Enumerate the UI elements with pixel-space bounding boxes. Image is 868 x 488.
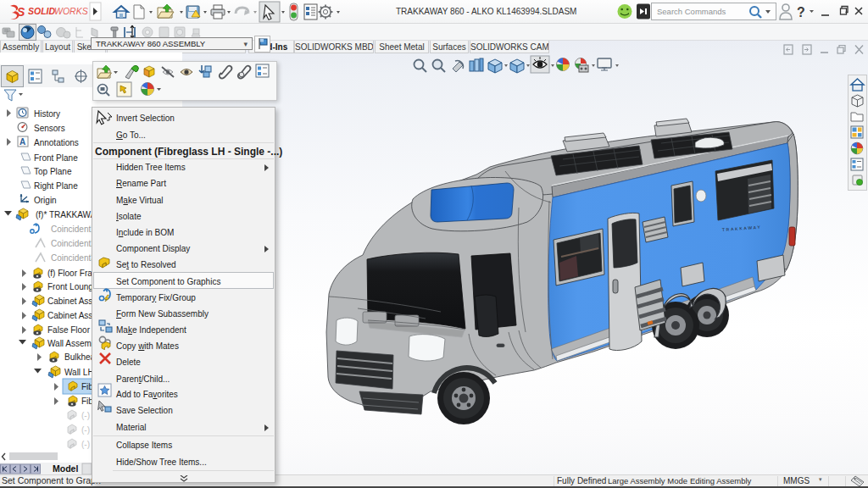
svg-text:Wall LH: Wall LH (64, 368, 94, 377)
svg-text:Wall Assemb: Wall Assemb (47, 339, 97, 348)
svg-text:Coincident3: Coincident3 (51, 253, 96, 263)
svg-text:Coincident1: Coincident1 (51, 225, 96, 234)
svg-text:Sensors: Sensors (34, 124, 65, 133)
svg-text:Origin: Origin (34, 196, 57, 205)
svg-text:Cabinet Asse: Cabinet Asse (47, 311, 97, 320)
svg-text:Front Plane: Front Plane (34, 153, 78, 163)
svg-text:Right Plane: Right Plane (34, 181, 78, 191)
svg-text:Model: Model (53, 463, 78, 474)
svg-text:Top Plane: Top Plane (34, 167, 72, 176)
svg-text:A: A (19, 137, 25, 147)
svg-text:Coincident2: Coincident2 (51, 239, 96, 248)
svg-text:Cabinet Asse: Cabinet Asse (47, 297, 97, 306)
svg-text:Annotations: Annotations (34, 138, 79, 147)
svg-text:History: History (34, 109, 60, 119)
svg-text:Front Lounge: Front Lounge (47, 282, 98, 291)
